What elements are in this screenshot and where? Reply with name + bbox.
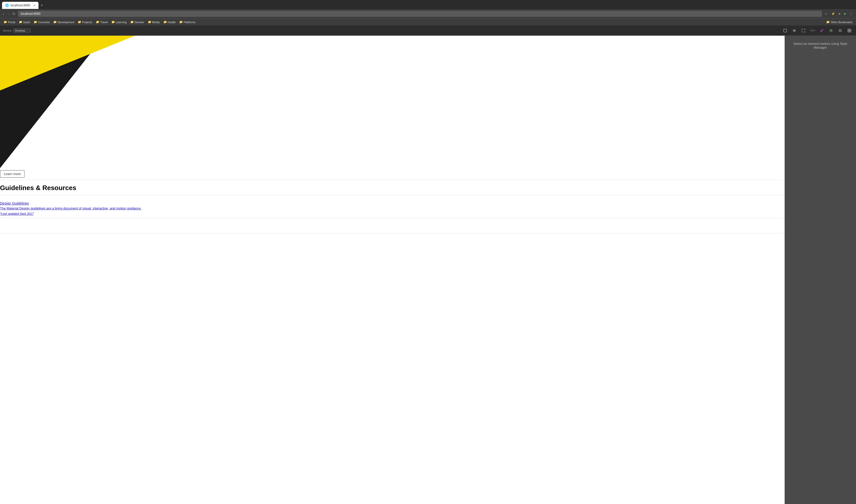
- nav-bar: ‹ › ↻ ☆ ⚡ ● ● ⋮: [0, 9, 856, 18]
- pencil-icon-button[interactable]: [818, 27, 825, 34]
- guidelines-title: Guidelines & Resources: [0, 184, 785, 195]
- address-bar[interactable]: [18, 11, 822, 17]
- bookmark-development[interactable]: 📁 Development: [52, 20, 76, 24]
- empty-section: [0, 218, 785, 233]
- hero-section: [0, 36, 785, 168]
- new-tab-button[interactable]: +: [39, 3, 44, 8]
- resource-meta: *Last updated Sept 2017: [0, 212, 34, 216]
- folder-icon: 📁: [130, 20, 134, 24]
- learn-more-section: Learn more: [0, 168, 785, 180]
- folder-icon: 📁: [53, 20, 57, 24]
- bookmark-label: Platforms: [183, 21, 195, 24]
- bookmark-convertis[interactable]: 📁 Convertis: [32, 20, 51, 24]
- elementor-toolbar: Device Desktop Tablet Mobile: [0, 25, 856, 36]
- hamburger-icon-button[interactable]: [837, 27, 844, 34]
- expand-icon-button[interactable]: [800, 27, 807, 34]
- code-icon: </>: [810, 29, 815, 32]
- square-icon-button[interactable]: [782, 27, 789, 34]
- folder-icon: 📁: [111, 20, 115, 24]
- bookmark-label: Convertis: [38, 21, 50, 24]
- svg-rect-0: [784, 29, 787, 32]
- learn-more-button[interactable]: Learn more: [0, 170, 24, 178]
- extensions-button[interactable]: ⚡: [830, 12, 836, 16]
- device-select-wrapper: Desktop Tablet Mobile: [13, 28, 31, 33]
- browser-chrome: 🌐 localhost:8080 ✕ + ‹ › ↻ ☆ ⚡ ● ● ⋮ 📁 P…: [0, 0, 856, 25]
- device-label: Device: [3, 29, 12, 32]
- folder-icon: 📁: [78, 20, 81, 24]
- bookmark-label: Portal: [8, 21, 15, 24]
- folder-icon: 📁: [19, 20, 22, 24]
- device-dropdown[interactable]: Desktop Tablet Mobile: [13, 28, 31, 33]
- toolbar-right: </>: [782, 27, 853, 34]
- hint-line1: Select an element before using Style: [793, 42, 847, 46]
- code-icon-button[interactable]: </>: [809, 27, 816, 34]
- bookmark-label: SaaS: [23, 21, 30, 24]
- bookmark-label: Development: [58, 21, 74, 24]
- bookmark-label: Devster: [135, 21, 144, 24]
- bookmark-health[interactable]: 📁 Health: [162, 20, 177, 24]
- tab-close-icon[interactable]: ✕: [33, 4, 35, 7]
- folder-icon: 📁: [34, 20, 37, 24]
- hero-yellow-triangle: [0, 36, 135, 90]
- eye-icon-button[interactable]: [791, 27, 798, 34]
- gear-icon-button[interactable]: [827, 27, 835, 34]
- bookmark-label: Other Bookmarks: [831, 21, 852, 24]
- bookmark-label: Travel: [100, 21, 108, 24]
- svg-rect-7: [850, 31, 851, 32]
- svg-point-3: [831, 30, 832, 31]
- folder-icon: 📁: [163, 20, 167, 24]
- tab-bar: 🌐 localhost:8080 ✕ +: [0, 0, 856, 9]
- bookmark-projects[interactable]: 📁 Projects: [76, 20, 94, 24]
- forward-button[interactable]: ›: [7, 11, 10, 16]
- svg-point-2: [794, 30, 795, 31]
- active-tab[interactable]: 🌐 localhost:8080 ✕: [2, 2, 38, 9]
- style-manager-hint: Select an element before using Style Man…: [789, 42, 852, 50]
- bookmark-label: Media: [152, 21, 160, 24]
- svg-rect-6: [848, 31, 849, 32]
- folder-icon: 📁: [179, 20, 183, 24]
- bookmark-platforms[interactable]: 📁 Platforms: [178, 20, 197, 24]
- bookmark-learning[interactable]: 📁 Learning: [110, 20, 128, 24]
- bookmark-saas[interactable]: 📁 SaaS: [17, 20, 32, 24]
- bookmark-label: Health: [168, 21, 176, 24]
- guidelines-section: Guidelines & Resources Design Guidelines…: [0, 180, 785, 237]
- resource-description: The Material Design guidelines are a liv…: [0, 206, 785, 210]
- svg-rect-4: [848, 29, 849, 30]
- tab-favicon: 🌐: [5, 4, 9, 7]
- profile-button[interactable]: ●: [838, 12, 841, 16]
- bookmarks-bar: 📁 Portal 📁 SaaS 📁 Convertis 📁 Developmen…: [0, 18, 856, 25]
- bookmark-travel[interactable]: 📁 Travel: [94, 20, 109, 24]
- design-guidelines-link[interactable]: Design Guidelines: [0, 201, 785, 205]
- bookmark-star[interactable]: ☆: [823, 11, 829, 16]
- reload-button[interactable]: ↻: [12, 11, 17, 16]
- back-button[interactable]: ‹: [2, 11, 5, 16]
- folder-icon: 📁: [4, 20, 7, 24]
- bookmark-portal[interactable]: 📁 Portal: [2, 20, 17, 24]
- tab-title: localhost:8080: [11, 4, 30, 7]
- folder-icon: 📁: [826, 20, 830, 24]
- bookmark-devster[interactable]: 📁 Devster: [129, 20, 146, 24]
- bookmark-media[interactable]: 📁 Media: [146, 20, 161, 24]
- grid-icon-button[interactable]: [846, 27, 853, 34]
- bookmark-label: Learning: [116, 21, 127, 24]
- page-content: Learn more Guidelines & Resources Design…: [0, 36, 785, 504]
- device-selector: Device Desktop Tablet Mobile: [3, 28, 31, 33]
- update-button[interactable]: ●: [843, 12, 847, 16]
- chrome-menu[interactable]: ⋮: [848, 11, 854, 16]
- bookmark-other[interactable]: 📁 Other Bookmarks: [825, 20, 854, 24]
- hint-line2: Manager: [814, 46, 827, 50]
- main-layout: Learn more Guidelines & Resources Design…: [0, 36, 856, 504]
- svg-rect-5: [850, 29, 851, 30]
- folder-icon: 📁: [148, 20, 151, 24]
- folder-icon: 📁: [96, 20, 100, 24]
- resource-item: Design Guidelines The Material Design gu…: [0, 199, 785, 218]
- right-panel: Select an element before using Style Man…: [785, 36, 856, 504]
- bookmark-label: Projects: [82, 21, 92, 24]
